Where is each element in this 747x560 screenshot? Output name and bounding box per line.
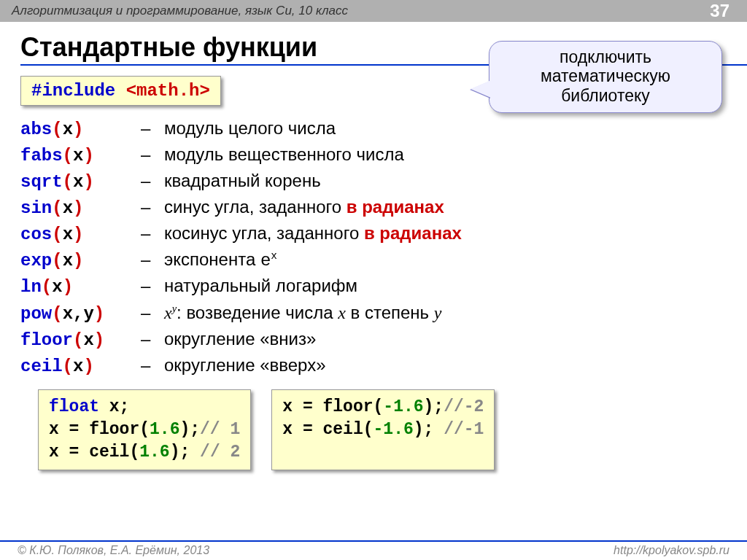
function-row: exp(x)–экспонента ex [20, 247, 727, 273]
function-row: pow(x,y)–xy: возведение числа x в степен… [20, 300, 727, 327]
function-description: натуральный логарифм [164, 273, 357, 298]
function-description: квадратный корень [164, 168, 321, 193]
code-text: x; [99, 397, 129, 416]
function-name: abs(x) [20, 117, 141, 142]
function-list: abs(x)–модуль целого числаfabs(x)–модуль… [20, 116, 727, 379]
dash-separator: – [141, 195, 164, 219]
function-description: округление «вверх» [164, 353, 326, 378]
code-text: x = floor( [282, 397, 383, 416]
code-comment: // 2 [200, 443, 240, 462]
include-codebox: #include <math.h> [20, 76, 221, 106]
function-description: модуль целого числа [164, 116, 336, 141]
num-literal: -1.6 [383, 397, 423, 416]
dash-separator: – [141, 116, 164, 141]
function-name: sin(x) [20, 196, 141, 221]
function-name: cos(x) [20, 222, 141, 247]
function-row: ceil(x)–округление «вверх» [20, 353, 727, 379]
code-comment: // 1 [200, 420, 240, 439]
function-name: sqrt(x) [20, 170, 141, 195]
code-text: x = ceil( [49, 443, 139, 462]
function-row: sin(x)–синус угла, заданного в радианах [20, 195, 727, 221]
function-row: cos(x)–косинус угла, заданного в радиана… [20, 221, 727, 247]
callout-text: подключить математическую библиотеку [541, 47, 670, 105]
code-comment: //-2 [444, 397, 484, 416]
dash-separator: – [141, 273, 164, 298]
code-text: ); [424, 397, 444, 416]
function-description: модуль вещественного числа [164, 142, 404, 167]
function-row: fabs(x)–модуль вещественного числа [20, 142, 727, 168]
footer-copyright: © К.Ю. Поляков, Е.А. Ерёмин, 2013 [18, 544, 209, 557]
function-description: экспонента ex [164, 247, 277, 273]
function-row: floor(x)–округление «вниз» [20, 327, 727, 353]
function-row: sqrt(x)–квадратный корень [20, 168, 727, 195]
examples-row: float x; x = floor(1.6);// 1 x = ceil(1.… [38, 389, 727, 470]
footer-link: http://kpolyakov.spb.ru [614, 544, 729, 557]
example-left: float x; x = floor(1.6);// 1 x = ceil(1.… [38, 389, 251, 470]
function-name: ceil(x) [20, 354, 141, 379]
function-name: fabs(x) [20, 144, 141, 168]
course-label: Алгоритмизация и программирование, язык … [12, 4, 348, 18]
code-text: ); [170, 443, 200, 462]
dash-separator: – [141, 300, 164, 325]
code-text: x = ceil( [282, 420, 373, 439]
function-row: ln(x)–натуральный логарифм [20, 273, 727, 300]
include-header: <math.h> [126, 81, 210, 101]
dash-separator: – [141, 353, 164, 378]
function-description: округление «вниз» [164, 327, 316, 351]
include-keyword: #include [31, 81, 115, 101]
code-comment: //-1 [444, 420, 484, 439]
dash-separator: – [141, 221, 164, 246]
function-description: синус угла, заданного в радианах [164, 195, 444, 219]
num-literal: 1.6 [150, 420, 179, 439]
callout-tail-icon [471, 80, 491, 98]
num-literal: 1.6 [139, 443, 169, 462]
code-text: ); [179, 420, 200, 439]
code-text: ); [414, 420, 444, 439]
kw-float: float [49, 397, 99, 416]
function-description: xy: возведение числа x в степень y [164, 300, 441, 325]
page-number: 37 [710, 0, 729, 22]
function-name: pow(x,y) [20, 302, 141, 327]
example-right: x = floor(-1.6);//-2 x = ceil(-1.6); //-… [271, 389, 495, 470]
dash-separator: – [141, 142, 164, 167]
num-literal: -1.6 [374, 420, 414, 439]
function-name: floor(x) [20, 328, 141, 353]
function-description: косинус угла, заданного в радианах [164, 221, 462, 246]
dash-separator: – [141, 247, 164, 272]
dash-separator: – [141, 327, 164, 351]
function-row: abs(x)–модуль целого числа [20, 116, 727, 142]
header-bar: Алгоритмизация и программирование, язык … [0, 0, 747, 22]
dash-separator: – [141, 168, 164, 193]
callout-bubble: подключить математическую библиотеку [489, 41, 722, 113]
function-name: ln(x) [20, 275, 141, 300]
function-name: exp(x) [20, 249, 141, 273]
code-text: x = floor( [49, 420, 150, 439]
footer: © К.Ю. Поляков, Е.А. Ерёмин, 2013 http:/… [0, 540, 747, 557]
